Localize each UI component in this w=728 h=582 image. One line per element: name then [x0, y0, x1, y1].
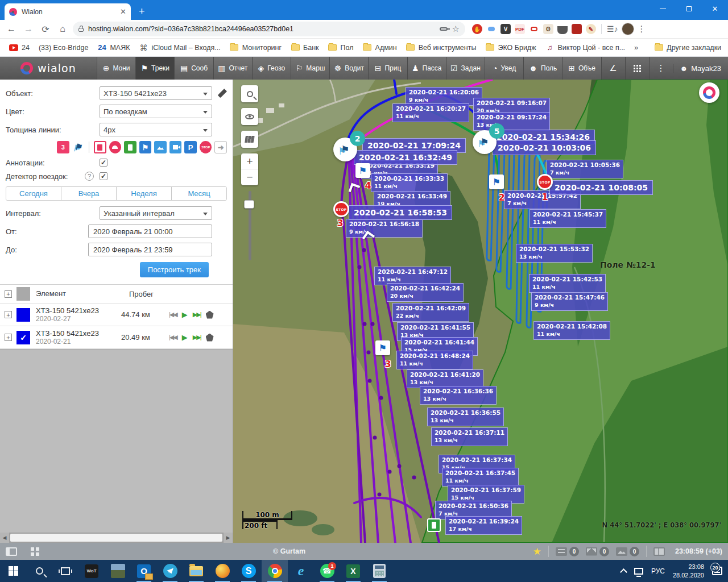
tray-chevron-icon[interactable] [620, 568, 627, 576]
bookmark-item[interactable]: (33) Eco-Bridge [35, 42, 92, 53]
bookmark-item[interactable]: 24 [6, 41, 33, 54]
period-сегодня[interactable]: Сегодня [6, 187, 61, 200]
expand-row-icon[interactable]: + [5, 311, 12, 318]
map[interactable]: 2020-02-21 16:20:069 км/ч2020-02-21 16:2… [233, 80, 728, 543]
reload-icon[interactable]: ⟳ [39, 22, 52, 36]
horizontal-scrollbar[interactable]: ◀ ▶ [0, 533, 233, 543]
table-row[interactable]: +ХТЗ-150 5421хе232020-02-2744.74 км|◀◀▶▶… [0, 304, 233, 326]
next-point-icon[interactable]: ▶▶| [193, 334, 201, 341]
maximize-button[interactable] [676, 0, 702, 17]
bookmark-item[interactable]: Админ [359, 41, 400, 54]
tab-сооб[interactable]: ▤Сооб [174, 57, 213, 80]
events-count-badge[interactable]: 3 [57, 141, 69, 153]
play-track-icon[interactable]: ▶ [182, 310, 188, 319]
bookmark-item[interactable]: ♫Виктор Цой - все п... [542, 41, 629, 54]
media-counter[interactable]: 0 [616, 547, 639, 556]
fuel-gauge-icon[interactable] [109, 141, 122, 153]
bookmarks-overflow-icon[interactable]: » [631, 43, 642, 52]
image-icon[interactable] [154, 141, 167, 153]
tab-мони[interactable]: ⊕Мони [97, 57, 135, 80]
geofence-from-track-icon[interactable] [206, 334, 214, 342]
close-button[interactable]: ✕ [702, 0, 728, 17]
stop-marker[interactable]: STOP [333, 201, 349, 217]
scroll-right-icon[interactable]: ▶ [224, 533, 233, 543]
taskbar-explorer-icon[interactable] [183, 560, 209, 582]
back-icon[interactable]: ← [5, 22, 18, 36]
address-bar[interactable]: hosting.wialon.com/?sid=036a7c38b821bca2… [73, 22, 465, 36]
help-icon[interactable]: ? [85, 172, 94, 181]
tab-пасса[interactable]: ♟Пасса [407, 57, 446, 80]
taskbar-search-icon[interactable] [26, 560, 52, 582]
tab-close-icon[interactable]: ✕ [120, 7, 126, 16]
flag-marker[interactable]: ⚑ [489, 174, 504, 189]
ext-red-icon[interactable] [572, 24, 582, 34]
cluster-marker[interactable]: ⚑5 [473, 130, 497, 154]
tab-приц[interactable]: ⊟Приц [368, 57, 407, 80]
network-icon[interactable] [634, 568, 643, 575]
interval-select[interactable]: Указанный интервал [100, 206, 212, 220]
layout-icon[interactable] [653, 547, 665, 556]
browser-tab[interactable]: Wialon ✕ [5, 3, 131, 20]
stop-icon[interactable]: STOP [200, 141, 212, 153]
scroll-left-icon[interactable]: ◀ [0, 533, 9, 543]
bookmark-item[interactable]: ⌘iCloud Mail – Входя... [136, 41, 224, 54]
map-visibility-button[interactable] [241, 108, 258, 125]
line-width-select[interactable]: 4px [100, 123, 212, 136]
fuel-station-icon[interactable] [124, 141, 136, 153]
stop-marker[interactable]: STOP [537, 174, 553, 190]
tab-поль[interactable]: ☻Поль [523, 57, 562, 80]
bottom-grid-icon[interactable] [31, 547, 39, 556]
taskbar-clock[interactable]: 23:08 28.02.2020 [673, 563, 704, 580]
events-flags-icon[interactable]: ⚑ [72, 141, 85, 153]
parking-icon[interactable]: P [184, 141, 197, 153]
new-tab-button[interactable]: + [139, 6, 145, 18]
taskbar-game-icon[interactable] [105, 560, 131, 582]
bookmark-item[interactable]: Веб инструменты [403, 41, 480, 54]
period-месяц[interactable]: Месяц [171, 187, 226, 200]
ext-pdf-icon[interactable]: PDF [515, 24, 525, 34]
zoom-in-button[interactable]: + [241, 153, 258, 169]
flag-icon[interactable]: ⚑ [139, 141, 152, 153]
taskbar-chrome-icon[interactable] [262, 560, 288, 582]
trip-detector-checkbox[interactable]: ✓ [100, 172, 107, 180]
browser-menu-icon[interactable]: ⋮ [638, 24, 646, 34]
tab-треки[interactable]: ⚑Треки [135, 57, 174, 80]
arrow-icon[interactable]: ➜ [214, 141, 227, 153]
map-layers-button[interactable] [241, 131, 258, 148]
bookmark-item[interactable]: 24МАЯК [94, 41, 133, 54]
expand-row-icon[interactable]: + [5, 334, 12, 341]
taskbar-calculator-icon[interactable] [366, 560, 392, 582]
tab-задан[interactable]: ☑Задан [446, 57, 485, 80]
other-bookmarks[interactable]: Другие закладки [651, 41, 725, 54]
taskbar-ie-icon[interactable]: e [288, 560, 314, 582]
fuel-theft-icon[interactable] [94, 141, 106, 153]
password-key-icon[interactable] [440, 27, 448, 31]
map-search-button[interactable] [241, 85, 258, 102]
ext-cloud-outline-icon[interactable] [529, 24, 539, 34]
profile-avatar[interactable] [622, 23, 634, 35]
ruler-icon[interactable]: ∠ [601, 57, 625, 80]
forward-icon[interactable]: → [22, 22, 35, 36]
taskbar-excel-icon[interactable]: X [340, 560, 366, 582]
user-menu[interactable]: ☻ Mayak23 [673, 64, 728, 73]
track-swatch-checked[interactable]: ✓ [16, 331, 30, 344]
tab-геозо[interactable]: ◈Геозо [252, 57, 291, 80]
zoom-out-button[interactable]: − [241, 169, 258, 185]
flag-marker[interactable]: ⚑ [375, 340, 390, 355]
to-input[interactable]: 2020 Февраль 21 23:59 [88, 243, 212, 256]
apps-grid-icon[interactable] [625, 57, 649, 80]
annotations-checkbox[interactable]: ✓ [100, 159, 107, 167]
ext-cup-icon[interactable] [557, 26, 568, 34]
action-center-icon[interactable]: 20 [712, 567, 722, 575]
cluster-marker[interactable]: ⚑2 [333, 138, 357, 161]
bookmark-item[interactable]: Пол [325, 41, 357, 54]
color-select[interactable]: По поездкам [100, 105, 212, 118]
minimize-button[interactable] [650, 0, 676, 17]
next-point-icon[interactable]: ▶▶| [193, 311, 201, 318]
taskbar-start-icon[interactable] [0, 560, 26, 582]
scrollbar-thumb[interactable] [10, 534, 222, 542]
language-indicator[interactable]: РУС [651, 567, 665, 575]
wrench-icon[interactable] [218, 89, 227, 98]
media-controls-icon[interactable]: ☰♪ [607, 24, 618, 34]
ext-v-icon[interactable]: V [500, 24, 511, 34]
